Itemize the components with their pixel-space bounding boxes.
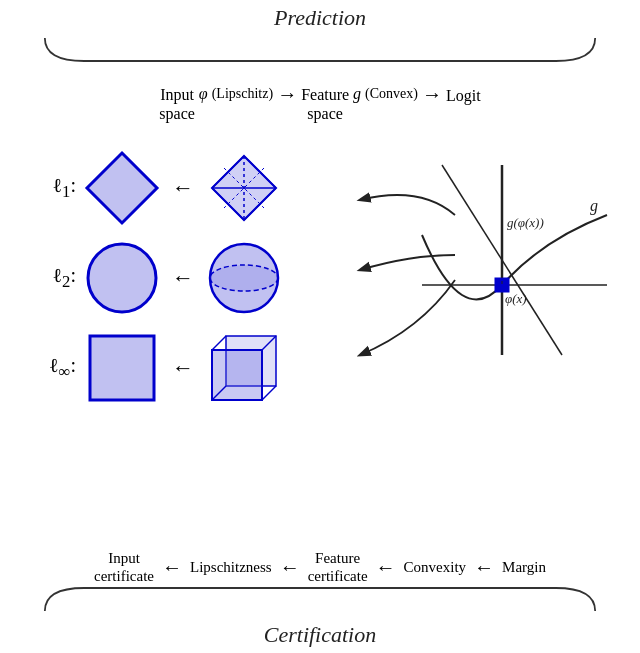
graph-area: g φ(x) g(φ(x)) xyxy=(412,155,612,375)
feature-cert-label: Feature certificate xyxy=(308,549,368,585)
input-cert-label: Input certificate xyxy=(94,549,154,585)
cert-arrow2: ← xyxy=(280,556,300,579)
prediction-label: Prediction xyxy=(35,5,605,31)
l1-norm-label: ℓ1: xyxy=(30,174,82,202)
convexity-label: Convexity xyxy=(404,559,467,576)
graph-svg: g φ(x) g(φ(x)) xyxy=(412,155,612,375)
feature-space-label: Feature space xyxy=(301,85,349,123)
svg-text:g: g xyxy=(590,197,598,215)
convex-label: (Convex) xyxy=(365,85,418,102)
lipschitzness-label: Lipschitzness xyxy=(190,559,272,576)
cert-arrow4: ← xyxy=(474,556,494,579)
svg-marker-0 xyxy=(87,153,157,223)
linf-norm-label: ℓ∞: xyxy=(30,354,82,382)
svg-point-10 xyxy=(88,244,156,312)
l2-right-shape xyxy=(204,238,284,318)
l2-left-shape xyxy=(82,238,162,318)
arrow1: → xyxy=(275,83,299,106)
linf-left-arrow: ← xyxy=(172,355,194,381)
cert-arrow3: ← xyxy=(376,556,396,579)
phi-label: φ xyxy=(197,85,210,103)
l2-left-arrow: ← xyxy=(172,265,194,291)
l2-norm-label: ℓ2: xyxy=(30,264,82,292)
lipschitz-label: (Lipschitz) xyxy=(212,85,273,102)
l1-left-shape xyxy=(82,148,162,228)
flow-row: Input space φ (Lipschitz) → Feature spac… xyxy=(40,85,600,123)
l1-left-arrow: ← xyxy=(172,175,194,201)
bottom-brace-svg xyxy=(35,586,605,616)
top-brace-svg xyxy=(35,33,605,63)
linf-left-shape xyxy=(82,328,162,408)
main-container: Prediction Input space φ (Lipschitz) → F… xyxy=(20,0,620,653)
arrow2: → xyxy=(420,83,444,106)
svg-text:φ(x): φ(x) xyxy=(505,291,527,306)
svg-point-12 xyxy=(210,265,278,291)
linf-right-shape xyxy=(204,328,284,408)
input-space-label: Input space xyxy=(159,85,195,123)
svg-rect-13 xyxy=(90,336,154,400)
logit-label: Logit xyxy=(446,85,481,105)
top-prediction-area: Prediction xyxy=(35,5,605,67)
svg-text:g(φ(x)): g(φ(x)) xyxy=(507,215,544,230)
cert-row: Input certificate ← Lipschitzness ← Feat… xyxy=(30,549,610,585)
g-label-flow: g xyxy=(351,85,363,103)
margin-label: Margin xyxy=(502,559,546,576)
svg-line-16 xyxy=(212,336,226,350)
svg-line-19 xyxy=(262,386,276,400)
cert-arrow1: ← xyxy=(162,556,182,579)
certification-label: Certification xyxy=(35,622,605,648)
bottom-section: Certification xyxy=(35,586,605,648)
l1-right-shape xyxy=(204,148,284,228)
